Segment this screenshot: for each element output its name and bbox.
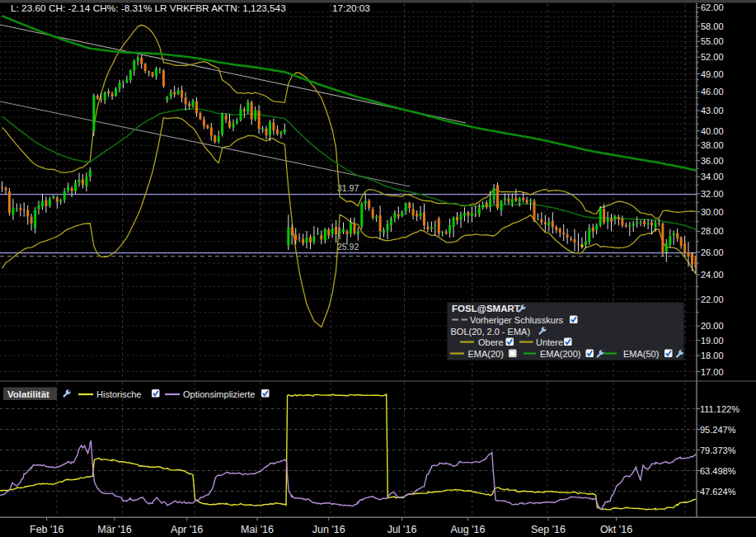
svg-text:55.00: 55.00 bbox=[701, 36, 724, 46]
svg-text:36.00: 36.00 bbox=[701, 156, 724, 166]
svg-text:58.00: 58.00 bbox=[701, 21, 724, 31]
svg-text:38.00: 38.00 bbox=[701, 140, 724, 150]
svg-text:28.00: 28.00 bbox=[701, 226, 724, 236]
svg-text:EMA(50): EMA(50) bbox=[623, 349, 659, 359]
svg-text:EMA(20): EMA(20) bbox=[468, 349, 504, 359]
svg-text:95.247%: 95.247% bbox=[700, 425, 736, 435]
svg-text:EMA(200): EMA(200) bbox=[540, 349, 581, 359]
svg-text:FOSL@SMART: FOSL@SMART bbox=[452, 304, 520, 313]
svg-text:26.00: 26.00 bbox=[701, 247, 724, 257]
svg-text:62.00: 62.00 bbox=[701, 2, 724, 12]
svg-text:30.00: 30.00 bbox=[701, 207, 724, 217]
svg-text:31.97: 31.97 bbox=[337, 183, 359, 193]
svg-text:Vorheriger Schlusskurs: Vorheriger Schlusskurs bbox=[470, 315, 564, 325]
svg-text:Sep '16: Sep '16 bbox=[531, 524, 566, 535]
svg-text:Untere: Untere bbox=[536, 337, 563, 347]
svg-text:17:20:03: 17:20:03 bbox=[332, 2, 370, 14]
svg-text:Jun '16: Jun '16 bbox=[312, 524, 345, 535]
svg-text:L: 23.60 CH: -2.14 CH%: -8.31%: L: 23.60 CH: -2.14 CH%: -8.31% LR VRKFBR… bbox=[11, 2, 286, 14]
svg-text:Okt '16: Okt '16 bbox=[600, 524, 632, 535]
svg-text:18.00: 18.00 bbox=[701, 351, 724, 360]
svg-text:Apr '16: Apr '16 bbox=[171, 524, 203, 535]
svg-text:47.624%: 47.624% bbox=[700, 487, 736, 497]
svg-text:Optionsimplizierte: Optionsimplizierte bbox=[183, 389, 255, 399]
svg-text:20.00: 20.00 bbox=[701, 321, 724, 331]
svg-text:25.92: 25.92 bbox=[337, 242, 359, 252]
svg-text:Jul '16: Jul '16 bbox=[387, 524, 417, 535]
svg-text:17.00: 17.00 bbox=[701, 367, 724, 377]
svg-text:Feb '16: Feb '16 bbox=[30, 524, 63, 535]
svg-text:19.00: 19.00 bbox=[701, 336, 724, 346]
svg-text:111.122%: 111.122% bbox=[700, 404, 740, 414]
svg-text:63.498%: 63.498% bbox=[700, 466, 736, 476]
svg-text:52.00: 52.00 bbox=[701, 52, 724, 62]
svg-text:49.00: 49.00 bbox=[701, 69, 724, 79]
svg-text:Obere: Obere bbox=[478, 337, 504, 347]
svg-text:Volatilität: Volatilität bbox=[7, 389, 49, 399]
svg-text:32.00: 32.00 bbox=[701, 189, 724, 199]
svg-text:46.00: 46.00 bbox=[701, 87, 724, 97]
svg-text:22.00: 22.00 bbox=[701, 294, 724, 304]
svg-text:Mai '16: Mai '16 bbox=[241, 524, 274, 535]
svg-text:24.00: 24.00 bbox=[701, 270, 724, 280]
svg-text:BOL(20, 2.0 - EMA): BOL(20, 2.0 - EMA) bbox=[451, 327, 531, 337]
svg-text:Historische: Historische bbox=[96, 389, 141, 399]
svg-text:40.00: 40.00 bbox=[701, 126, 724, 136]
svg-text:34.00: 34.00 bbox=[701, 172, 724, 181]
svg-text:Mär '16: Mär '16 bbox=[97, 524, 131, 535]
svg-text:Aug '16: Aug '16 bbox=[450, 524, 485, 535]
svg-text:79.373%: 79.373% bbox=[700, 445, 736, 455]
svg-text:43.00: 43.00 bbox=[701, 106, 724, 115]
